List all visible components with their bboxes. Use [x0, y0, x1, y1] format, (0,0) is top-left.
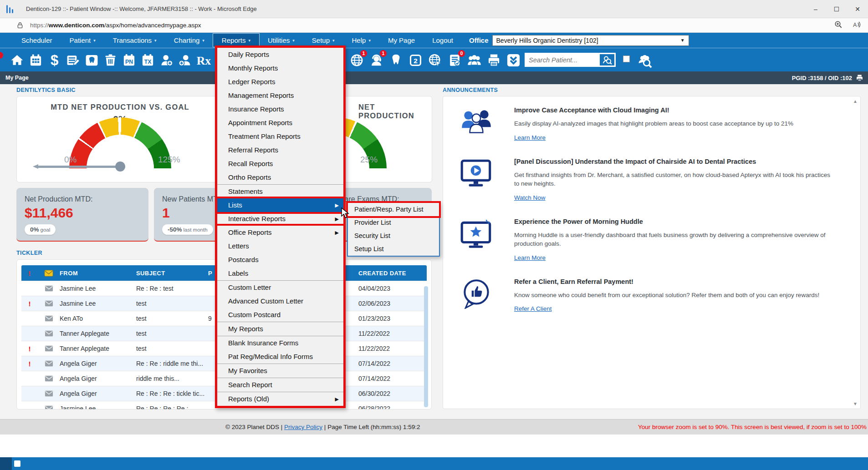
- payments-icon[interactable]: $: [46, 51, 62, 69]
- envelope-icon: [38, 390, 60, 397]
- nav-item-utilities[interactable]: Utilities▾: [259, 34, 303, 47]
- menu-item-reports-old[interactable]: Reports (Old)▶: [217, 392, 343, 406]
- menu-item-postcards[interactable]: Postcards: [217, 253, 343, 267]
- menu-item-my-reports[interactable]: My Reports: [217, 322, 343, 336]
- from-column-header[interactable]: FROM: [60, 270, 136, 277]
- zoom-in-icon[interactable]: [834, 20, 842, 30]
- rx-icon[interactable]: Rx: [196, 51, 211, 69]
- menu-item-statements[interactable]: Statements: [217, 185, 343, 198]
- menu-item-ortho-reports[interactable]: Ortho Reports: [217, 171, 343, 184]
- caret-down-icon: ▾: [93, 38, 96, 43]
- print-page-icon[interactable]: [856, 74, 863, 82]
- advanced-patient-search-icon[interactable]: [636, 52, 654, 70]
- nav-item-label: Patient: [70, 36, 91, 44]
- menu-item-my-favorites[interactable]: My Favorites: [217, 364, 343, 378]
- ledger-icon[interactable]: [65, 51, 81, 69]
- menu-item-label: Interactive Reports: [228, 215, 286, 222]
- announcement-link[interactable]: Refer A Client: [514, 305, 552, 312]
- tooth-trash-icon[interactable]: [102, 51, 118, 69]
- subject-cell: test: [136, 315, 208, 322]
- read-aloud-icon[interactable]: A: [852, 20, 861, 30]
- menu-item-treatment-plan-reports[interactable]: Treatment Plan Reports: [217, 130, 343, 143]
- scroll-down-icon[interactable]: ▼: [853, 401, 858, 406]
- menu-item-management-reports[interactable]: Management Reports: [217, 89, 343, 102]
- subject-column-header[interactable]: SUBJECT: [136, 270, 208, 277]
- collapse-toolbar-icon[interactable]: [505, 51, 521, 69]
- subject-cell: riddle me this...: [136, 375, 208, 382]
- menu-item-label: Search Report: [228, 381, 272, 389]
- alert-column-header[interactable]: !: [21, 269, 38, 277]
- nav-item-logout[interactable]: Logout: [424, 34, 462, 47]
- nav-item-transactions[interactable]: Transactions▾: [104, 34, 165, 47]
- tooth-icon[interactable]: [388, 51, 403, 69]
- submenu-item-setup-list[interactable]: Setup List: [348, 243, 439, 256]
- menu-item-advanced-custom-letter[interactable]: Advanced Custom Letter: [217, 294, 343, 308]
- treatment-plan-calendar-icon[interactable]: TX: [140, 51, 155, 69]
- menu-item-search-report[interactable]: Search Report: [217, 378, 343, 392]
- patient-search-input[interactable]: [525, 53, 599, 66]
- svg-text:PN: PN: [125, 58, 133, 65]
- envelope-column-header[interactable]: [38, 270, 60, 277]
- tickler-scrollbar[interactable]: [424, 286, 428, 407]
- announcement-list: Improve Case Acceptance with Cloud Imagi…: [456, 106, 840, 313]
- support-icon[interactable]: 1: [368, 51, 384, 69]
- submenu-item-security-list[interactable]: Security List: [348, 229, 439, 243]
- announcement-link[interactable]: Watch Now: [514, 194, 546, 201]
- monitor-play-icon: [456, 158, 498, 202]
- tooth-chart-icon[interactable]: [84, 51, 99, 69]
- submenu-item-provider-list[interactable]: Provider List: [348, 216, 439, 229]
- scroll-up-icon[interactable]: ▲: [853, 99, 858, 104]
- menu-item-label: Postcards: [228, 256, 259, 263]
- address-url[interactable]: https://www.denticon.com/aspx/home/advan…: [30, 22, 201, 29]
- menu-item-office-reports[interactable]: Office Reports▶: [217, 226, 343, 239]
- square-2-icon[interactable]: 2: [408, 51, 423, 69]
- submenu-item-patient-resp-party-list[interactable]: Patient/Resp. Party List: [348, 203, 439, 216]
- menu-item-interactive-reports[interactable]: Interactive Reports▶: [217, 212, 343, 226]
- patient-search-button[interactable]: [599, 53, 615, 66]
- menu-item-letters[interactable]: Letters: [217, 239, 343, 253]
- progress-notes-calendar-icon[interactable]: PN: [121, 51, 137, 69]
- toolbar-left-icons: $PNTXRx: [9, 51, 211, 69]
- menu-item-custom-letter[interactable]: Custom Letter: [217, 281, 343, 294]
- nav-item-scheduler[interactable]: Scheduler: [13, 34, 61, 47]
- menu-item-lists[interactable]: Lists▶: [217, 198, 343, 212]
- announcement-link[interactable]: Learn More: [514, 254, 546, 261]
- menu-item-labels[interactable]: Labels: [217, 267, 343, 280]
- vertical-tabs-icon[interactable]: [6, 5, 13, 13]
- office-select[interactable]: Beverly Hills Organic Dentistry [102] ▼: [492, 35, 689, 46]
- menu-item-daily-reports[interactable]: Daily Reports: [217, 48, 343, 61]
- menu-item-appointment-reports[interactable]: Appointment Reports: [217, 116, 343, 130]
- search-option-checkbox[interactable]: [623, 56, 630, 62]
- globe-icon[interactable]: 1: [349, 51, 364, 69]
- minimize-button[interactable]: –: [805, 5, 826, 13]
- nav-item-setup[interactable]: Setup▾: [303, 34, 343, 47]
- nav-item-patient[interactable]: Patient▾: [61, 34, 104, 47]
- close-button[interactable]: ✕: [847, 5, 868, 13]
- announcement-link[interactable]: Learn More: [514, 134, 546, 141]
- nav-item-reports[interactable]: Reports▾: [213, 34, 259, 47]
- nav-item-help[interactable]: Help▾: [343, 34, 379, 47]
- menu-item-referral-reports[interactable]: Referral Reports: [217, 143, 343, 157]
- lock-icon[interactable]: [16, 22, 24, 29]
- claims-form-icon[interactable]: 0: [447, 51, 462, 69]
- created-date-column-header[interactable]: CREATED DATE: [358, 270, 427, 277]
- menu-item-blank-insurance-forms[interactable]: Blank Insurance Forms: [217, 336, 343, 350]
- maximize-button[interactable]: ☐: [826, 5, 847, 13]
- globe-cursor-icon[interactable]: [427, 51, 443, 69]
- schedule-icon[interactable]: [28, 51, 43, 69]
- home-icon[interactable]: [9, 51, 25, 69]
- menu-item-insurance-reports[interactable]: Insurance Reports: [217, 102, 343, 116]
- nav-item-my-page[interactable]: My Page: [379, 34, 424, 47]
- add-account-icon[interactable]: [177, 51, 193, 69]
- nav-item-charting[interactable]: Charting▾: [165, 34, 213, 47]
- menu-item-recall-reports[interactable]: Recall Reports: [217, 157, 343, 171]
- menu-item-pat-reg-medical-info-forms[interactable]: Pat Reg/Medical Info Forms: [217, 350, 343, 364]
- add-patient-icon[interactable]: [158, 51, 174, 69]
- printer-icon[interactable]: [486, 51, 501, 69]
- menu-item-label: Office Reports: [228, 228, 272, 236]
- patients-group-icon[interactable]: [466, 51, 482, 69]
- menu-item-custom-postcard[interactable]: Custom Postcard: [217, 308, 343, 322]
- menu-item-ledger-reports[interactable]: Ledger Reports: [217, 75, 343, 89]
- menu-item-monthly-reports[interactable]: Monthly Reports: [217, 61, 343, 75]
- privacy-policy-link[interactable]: Privacy Policy: [284, 424, 322, 430]
